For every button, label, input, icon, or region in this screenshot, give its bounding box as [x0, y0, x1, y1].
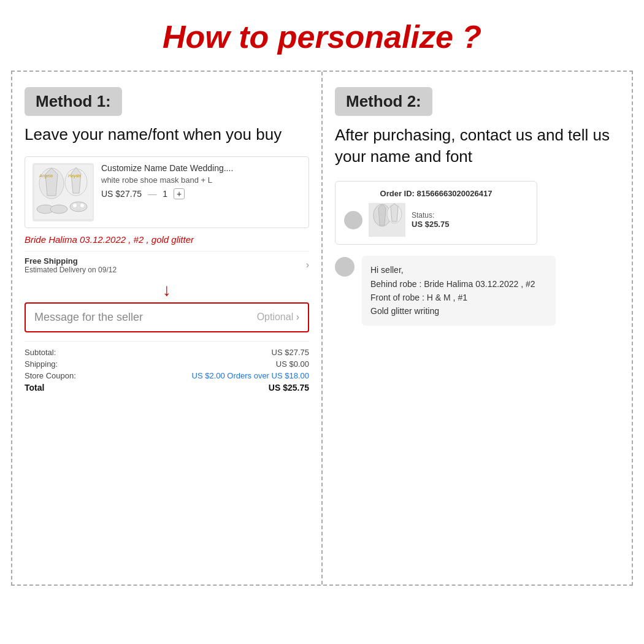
shipping-label: Free Shipping	[25, 256, 117, 266]
svg-marker-16	[391, 204, 398, 221]
shipping-sub: Estimated Delivery on 09/12	[25, 266, 117, 274]
message-for-seller-box[interactable]: Message for the seller Optional ›	[25, 302, 309, 332]
svg-point-9	[70, 202, 87, 212]
summary-coupon-row: Store Coupon: US $2.00 Orders over US $1…	[25, 371, 309, 380]
product-info: Customize Name Date Wedding.... white ro…	[101, 163, 301, 199]
message-line2: Front of robe : H & M , #1	[370, 291, 547, 304]
svg-marker-2	[45, 168, 58, 196]
summary-total-row: Total US $25.75	[25, 383, 309, 393]
order-price: US $25.75	[412, 220, 449, 229]
svg-text:Hayda: Hayda	[68, 174, 80, 178]
message-optional-label: Optional	[257, 312, 294, 322]
svg-point-11	[80, 204, 84, 207]
message-bubble: Hi seller, Behind robe : Bride Halima 03…	[362, 256, 556, 326]
product-card: Hayda Angela Customize Name Date Wedding…	[25, 156, 309, 228]
main-container: Method 1: Leave your name/font when you …	[11, 71, 633, 586]
order-item-row: Status: US $25.75	[344, 203, 528, 237]
product-price-row: US $27.75 — 1 +	[101, 188, 301, 199]
minus-icon[interactable]: —	[148, 189, 156, 199]
order-avatar	[344, 211, 362, 229]
method1-badge: Method 1:	[25, 87, 122, 116]
down-arrow-icon: ↓	[163, 280, 171, 300]
svg-text:Angela: Angela	[39, 174, 53, 178]
page-title: How to personalize ?	[0, 0, 644, 71]
message-optional-right: Optional ›	[257, 312, 299, 323]
message-sender-avatar	[335, 257, 355, 277]
method2-badge: Method 2:	[335, 87, 432, 116]
svg-point-4	[50, 205, 67, 213]
summary-shipping-value: US $0.00	[276, 359, 309, 369]
order-product-image	[369, 203, 405, 237]
product-name: Customize Name Date Wedding....	[101, 163, 301, 173]
summary-shipping-row: Shipping: US $0.00	[25, 359, 309, 369]
product-qty: 1	[163, 189, 167, 199]
coupon-value[interactable]: US $2.00 Orders over US $18.00	[192, 371, 310, 380]
qty-plus-button[interactable]: +	[174, 188, 185, 199]
right-panel: Method 2: After purchasing, contact us a…	[323, 72, 632, 585]
subtotal-label: Subtotal:	[25, 348, 56, 357]
message-seller-label: Message for the seller	[34, 311, 143, 324]
method1-description: Leave your name/font when you buy	[25, 125, 309, 145]
personalization-text: Bride Halima 03.12.2022 , #2 , gold glit…	[25, 234, 309, 245]
left-panel: Method 1: Leave your name/font when you …	[12, 72, 323, 585]
svg-marker-14	[378, 204, 386, 225]
shipping-info: Free Shipping Estimated Delivery on 09/1…	[25, 256, 117, 274]
total-value: US $25.75	[269, 383, 309, 393]
message-card: Hi seller, Behind robe : Bride Halima 03…	[335, 256, 556, 326]
order-status-label: Status:	[412, 211, 449, 220]
svg-point-10	[73, 204, 77, 207]
order-summary: Subtotal: US $27.75 Shipping: US $0.00 S…	[25, 341, 309, 393]
product-price: US $27.75	[101, 189, 142, 199]
shipping-row: Free Shipping Estimated Delivery on 09/1…	[25, 251, 309, 279]
product-variant: white robe shoe mask band + L	[101, 175, 301, 185]
order-status-block: Status: US $25.75	[412, 211, 449, 229]
arrow-container: ↓	[25, 280, 309, 300]
method2-description: After purchasing, contact us and tell us…	[335, 125, 619, 167]
product-image: Hayda Angela	[33, 163, 94, 221]
order-id: Order ID: 81566663020026417	[344, 189, 528, 198]
coupon-label: Store Coupon:	[25, 371, 76, 380]
summary-shipping-label: Shipping:	[25, 359, 58, 369]
svg-marker-6	[71, 167, 81, 193]
message-line1: Behind robe : Bride Halima 03.12.2022 , …	[370, 277, 547, 291]
message-chevron-icon[interactable]: ›	[296, 312, 299, 322]
message-greeting: Hi seller,	[370, 263, 547, 277]
shipping-chevron-icon[interactable]: ›	[306, 259, 309, 270]
subtotal-value: US $27.75	[272, 348, 309, 357]
total-label: Total	[25, 383, 44, 393]
summary-subtotal-row: Subtotal: US $27.75	[25, 348, 309, 357]
order-card: Order ID: 81566663020026417 Status: US $…	[335, 181, 537, 245]
message-line3: Gold glitter writing	[370, 304, 547, 318]
